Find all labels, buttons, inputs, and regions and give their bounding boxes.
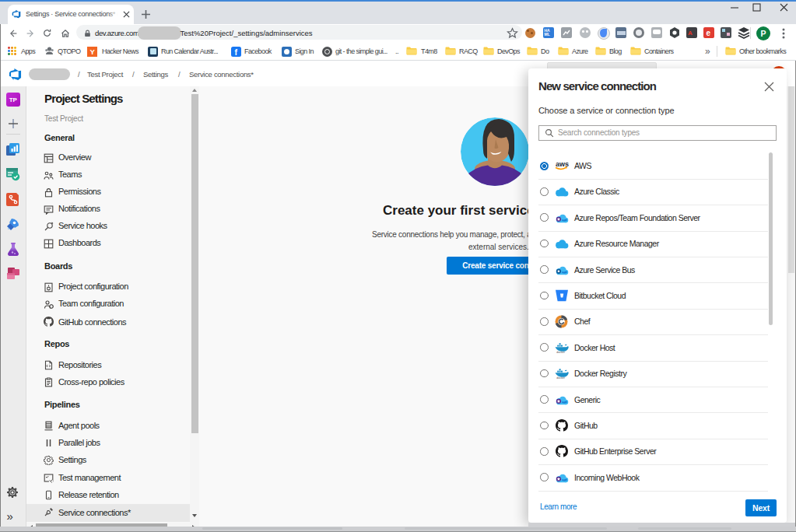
svg-text:aws: aws	[556, 160, 569, 168]
svg-text:docker: docker	[556, 376, 566, 380]
svg-text:docker: docker	[556, 351, 566, 354]
